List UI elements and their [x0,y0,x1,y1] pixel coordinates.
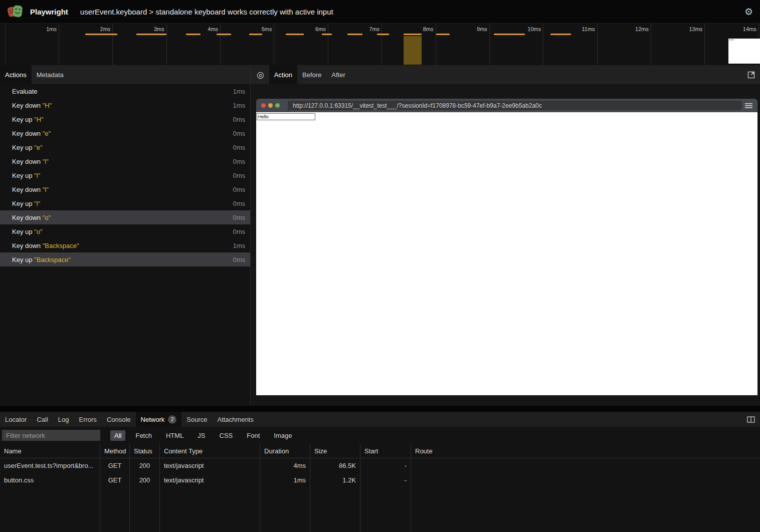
filter-chip-fetch[interactable]: Fetch [131,430,156,441]
timeline-gridline [489,24,490,65]
tab-console[interactable]: Console [102,412,136,427]
tab-label: Log [58,416,69,423]
open-external-icon[interactable] [742,65,760,84]
tab-label: Console [107,416,131,423]
filter-network-input[interactable] [2,430,100,441]
timeline-gridline [543,24,543,65]
action-label: Key down [12,102,43,109]
network-cell-status[interactable]: 200 [130,458,160,473]
action-row[interactable]: Evaluate1ms [0,84,250,98]
column-header-size[interactable]: Size [310,444,360,458]
action-duration: 0ms [233,256,245,263]
column-header-route[interactable]: Route [411,444,760,458]
tab-locator[interactable]: Locator [0,412,32,427]
network-cell-content-type[interactable]: text/javascript [160,458,260,473]
column-filler [310,487,360,532]
action-row[interactable]: Key up "l"0ms [0,168,250,182]
timeline-action-mark [347,34,362,35]
column-header-duration[interactable]: Duration [260,444,310,458]
action-list: Evaluate1msKey down "H"1msKey up "H"0msK… [0,84,250,406]
column-header-method[interactable]: Method [100,444,130,458]
pick-locator-icon[interactable]: ◎ [251,65,269,84]
app-title: Playwright [30,8,68,16]
network-table: NameMethodStatusContent TypeDurationSize… [0,444,760,532]
action-row[interactable]: Key up "e"0ms [0,140,250,154]
timeline-tick-label: 8ms [423,26,436,32]
timeline[interactable]: 1ms2ms3ms4ms5ms6ms7ms8ms9ms10ms11ms12ms1… [0,23,760,65]
network-cell-method[interactable]: GET [100,473,130,487]
network-cell-size[interactable]: 86.5K [310,458,360,473]
action-duration: 0ms [233,144,245,151]
url-bar: http://127.0.0.1:63315/__vitest_test___/… [288,101,742,110]
network-cell-name[interactable]: userEvent.test.ts?import&bro... [0,458,100,473]
settings-gear-icon[interactable]: ⚙ [744,7,753,17]
action-row[interactable]: Key up "o"0ms [0,224,250,238]
column-filler [360,487,411,532]
page-text-input[interactable] [257,113,315,120]
tab-label: Call [37,416,48,423]
timeline-gridline [704,24,705,65]
action-label: Key down [12,186,43,193]
layout-columns-icon[interactable] [742,412,760,427]
action-row[interactable]: Key up "l"0ms [0,196,250,210]
filter-chip-image[interactable]: Image [270,430,296,441]
tab-attachments[interactable]: Attachments [212,412,258,427]
filter-chip-css[interactable]: CSS [216,430,237,441]
tab-action[interactable]: Action [269,65,297,84]
column-header-status[interactable]: Status [130,444,160,458]
action-row[interactable]: Key down "Backspace"1ms [0,238,250,252]
timeline-action-mark [286,34,304,35]
network-cell-start[interactable]: - [360,458,411,473]
action-row[interactable]: Key down "H"1ms [0,98,250,112]
action-row[interactable]: Key up "Backspace"0ms [0,252,250,267]
action-label: Key up [12,228,34,235]
network-cell-duration[interactable]: 4ms [260,458,310,473]
tab-source[interactable]: Source [181,412,212,427]
action-key-value: "H" [34,116,44,123]
network-cell-name[interactable]: button.css [0,473,100,487]
tab-after[interactable]: After [326,65,350,84]
browser-chrome: http://127.0.0.1:63315/__vitest_test___/… [256,99,757,112]
action-row[interactable]: Key down "e"0ms [0,126,250,140]
traffic-light-yellow-icon [268,103,273,108]
tab-before[interactable]: Before [297,65,326,84]
tab-call[interactable]: Call [32,412,53,427]
filter-chip-js[interactable]: JS [194,430,209,441]
network-cell-route[interactable] [411,458,760,473]
action-row[interactable]: Key up "H"0ms [0,112,250,126]
action-row[interactable]: Key down "o"0ms [0,210,250,224]
filter-chip-all[interactable]: All [110,430,125,441]
timeline-action-mark [85,34,117,35]
network-cell-size[interactable]: 1.2K [310,473,360,487]
network-cell-status[interactable]: 200 [130,473,160,487]
tab-label: Before [302,71,321,79]
action-row[interactable]: Key down "l"0ms [0,182,250,196]
action-key-value: "Backspace" [34,256,71,263]
tab-metadata[interactable]: Metadata [32,65,69,84]
network-cell-route[interactable] [411,473,760,487]
network-cell-method[interactable]: GET [100,458,130,473]
action-label: Key down [12,214,43,221]
network-cell-content-type[interactable]: text/javascript [160,473,260,487]
timeline-gridline [597,24,598,65]
tab-actions[interactable]: Actions [0,65,32,84]
horizontal-splitter[interactable] [0,406,760,412]
timeline-screenshot-thumbnail [728,39,760,64]
filter-chip-font[interactable]: Font [243,430,264,441]
action-row[interactable]: Key down "l"0ms [0,154,250,168]
tab-log[interactable]: Log [53,412,74,427]
column-header-start[interactable]: Start [360,444,411,458]
network-cell-start[interactable]: - [360,473,411,487]
traffic-light-red-icon [261,103,266,108]
action-duration: 0ms [233,214,245,221]
action-duration: 0ms [233,158,245,165]
timeline-tick-label: 11ms [582,26,597,32]
snapshot-panel: ◎ ActionBeforeAfter http://127.0 [251,65,760,406]
tab-errors[interactable]: Errors [74,412,101,427]
action-key-value: "l" [43,158,49,165]
column-header-content-type[interactable]: Content Type [160,444,260,458]
network-cell-duration[interactable]: 1ms [260,473,310,487]
filter-chip-html[interactable]: HTML [162,430,187,441]
column-header-name[interactable]: Name [0,444,100,458]
tab-network[interactable]: Network2 [136,412,182,427]
